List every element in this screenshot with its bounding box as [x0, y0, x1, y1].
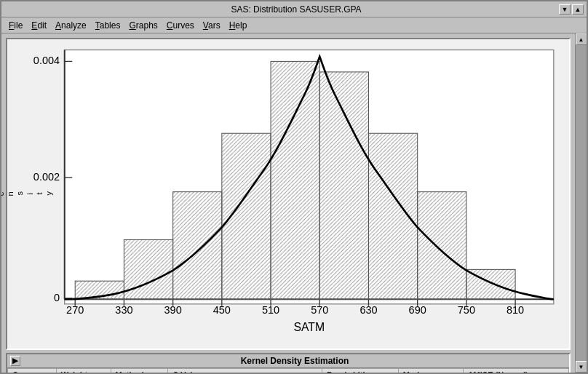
- svg-text:0.004: 0.004: [33, 55, 60, 66]
- kde-table-container: ▶ Kernel Density Estimation Curve Weight…: [6, 353, 571, 373]
- menu-file[interactable]: File: [4, 19, 27, 32]
- svg-rect-35: [319, 72, 368, 299]
- col-curve: Curve: [8, 368, 57, 373]
- y-axis-label: Density: [13, 45, 26, 343]
- svg-text:SATM: SATM: [293, 321, 325, 333]
- maximize-button[interactable]: ▲: [572, 4, 584, 15]
- menu-tables[interactable]: Tables: [91, 19, 125, 32]
- menu-analyze[interactable]: Analyze: [51, 19, 91, 32]
- svg-rect-34: [271, 61, 319, 299]
- col-bandwidth: Bandwidth: [322, 368, 398, 373]
- window-title: SAS: Distribution SASUSER.GPA: [33, 4, 559, 15]
- table-expand-button[interactable]: ▶: [10, 356, 20, 366]
- table-title: Kernel Density Estimation: [23, 356, 566, 366]
- menu-bar: File Edit Analyze Tables Graphs Curves V…: [1, 17, 587, 33]
- svg-rect-36: [368, 133, 417, 299]
- table-header-row: ▶ Kernel Density Estimation: [7, 354, 569, 368]
- col-cvalue: C Value: [168, 368, 322, 373]
- chart-plot-area: 0.004 0.002 0 270: [26, 45, 563, 343]
- menu-help[interactable]: Help: [225, 19, 252, 32]
- chart-container: Density 0.004 0.002: [6, 38, 571, 350]
- scroll-down-arrow[interactable]: ▼: [576, 361, 587, 373]
- menu-curves[interactable]: Curves: [162, 19, 199, 32]
- menu-graphs[interactable]: Graphs: [124, 19, 162, 32]
- svg-text:0.002: 0.002: [33, 171, 60, 183]
- menu-vars[interactable]: Vars: [199, 19, 225, 32]
- title-bar-buttons: ▼ ▲: [559, 4, 584, 15]
- scroll-up-arrow[interactable]: ▲: [576, 33, 587, 45]
- chart-svg: 0.004 0.002 0 270: [26, 45, 563, 343]
- svg-rect-33: [222, 133, 271, 299]
- col-method: Method: [111, 368, 168, 373]
- svg-rect-37: [418, 192, 466, 300]
- col-mode: Mode: [398, 368, 463, 373]
- col-amise: AMISE (Normal): [463, 368, 568, 373]
- main-window: SAS: Distribution SASUSER.GPA ▼ ▲ File E…: [0, 0, 588, 374]
- right-scrollbar: ▲ ▼: [575, 33, 587, 373]
- svg-text:0: 0: [54, 292, 60, 303]
- menu-edit[interactable]: Edit: [27, 19, 51, 32]
- scroll-track-vertical[interactable]: [576, 45, 587, 361]
- title-bar: SAS: Distribution SASUSER.GPA ▼ ▲: [1, 1, 587, 17]
- col-weight: Weight: [56, 368, 111, 373]
- minimize-button[interactable]: ▼: [559, 4, 571, 15]
- svg-rect-32: [173, 192, 222, 300]
- kde-data-table: Curve Weight Method C Value Bandwidth Mo…: [7, 368, 569, 373]
